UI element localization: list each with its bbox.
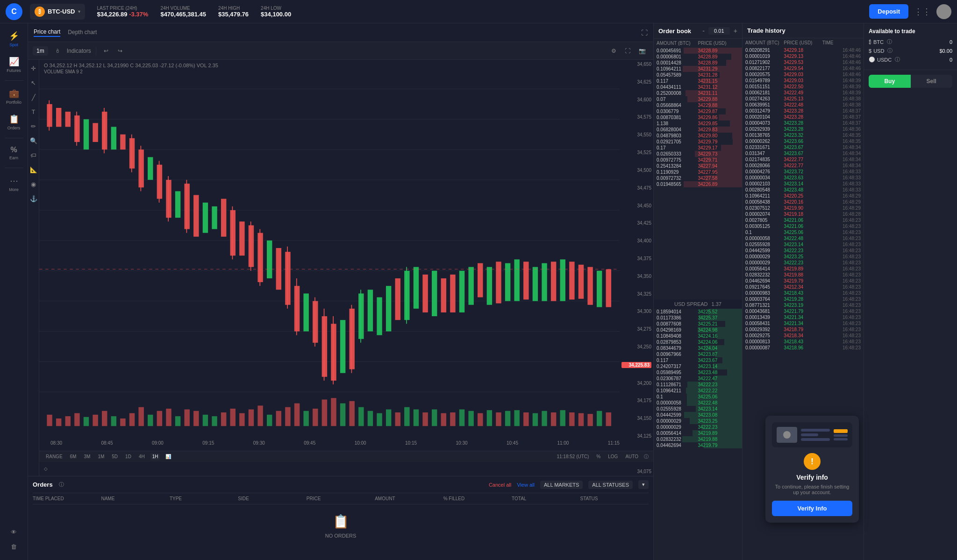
ob-bid-row[interactable]: 0.00877608 34225.21 — [654, 321, 742, 327]
sidebar-item-spot[interactable]: ⚡ Spot — [0, 27, 28, 51]
crosshair-icon[interactable]: ◇ — [44, 466, 48, 471]
ob-ask-row[interactable]: 0.07 34229.88 — [654, 96, 742, 102]
ob-plus-button[interactable]: + — [734, 27, 737, 35]
ob-ask-row[interactable]: 0.25200008 34231.11 — [654, 90, 742, 96]
tag-tool[interactable]: 🏷 — [29, 150, 38, 160]
ob-bid-row[interactable]: 0.02555928 34223.14 — [654, 406, 742, 412]
ob-bid-row[interactable]: 0.05989495 34223.48 — [654, 369, 742, 376]
sell-tab[interactable]: Sell — [911, 75, 953, 88]
search-tool[interactable]: 🔍 — [29, 136, 39, 146]
ob-ask-row[interactable]: 0.00870381 34229.86 — [654, 114, 742, 121]
ob-ask-row[interactable]: 0.00006801 34228.89 — [654, 54, 742, 60]
tab-price-chart[interactable]: Price chart — [34, 28, 60, 37]
ob-ask-row[interactable]: 0.00045691 34228.89 — [654, 48, 742, 54]
line-tool[interactable]: ╱ — [30, 92, 37, 102]
verify-button[interactable]: Verify Info — [772, 501, 852, 516]
ob-bid-row[interactable]: 0.04442599 34223.08 — [654, 412, 742, 418]
sidebar-item-more[interactable]: ⋯ More — [0, 172, 28, 196]
pencil-tool[interactable]: ✏ — [29, 121, 37, 131]
ob-ask-row[interactable]: 0.00972732 34227.58 — [654, 175, 742, 181]
ob-bid-row[interactable]: 0.10964211 34222.22 — [654, 388, 742, 394]
eye-icon[interactable]: 👁 — [9, 527, 18, 537]
ob-bid-row[interactable]: 0.117 34223.67 — [654, 357, 742, 363]
avatar[interactable] — [936, 4, 951, 19]
ob-spread-input[interactable] — [708, 27, 730, 35]
deposit-button[interactable]: Deposit — [869, 4, 908, 19]
view-all-button[interactable]: View all — [517, 482, 535, 488]
indicators-button[interactable]: Indicators — [67, 48, 91, 54]
undo-button[interactable]: ↩ — [101, 46, 111, 56]
fullscreen-button[interactable]: ⛶ — [622, 46, 633, 56]
ob-bid-row[interactable]: 0.02306787 34222.47 — [654, 376, 742, 382]
sidebar-item-futures[interactable]: 📈 Futures — [0, 53, 28, 77]
buy-tab[interactable]: Buy — [869, 75, 911, 88]
crosshair-tool[interactable]: ✛ — [29, 64, 37, 73]
sidebar-item-orders[interactable]: 📋 Orders — [0, 110, 28, 134]
usd-info-icon[interactable]: ⓘ — [887, 47, 893, 54]
screenshot-button[interactable]: 📷 — [636, 46, 649, 56]
ob-bid-row[interactable]: 0.00967966 34223.87 — [654, 351, 742, 357]
measure-tool[interactable]: 📐 — [29, 165, 39, 175]
ob-bid-row[interactable]: 0.00000029 34223.25 — [654, 418, 742, 424]
markets-filter-button[interactable]: ALL MARKETS — [540, 481, 583, 489]
sidebar-item-portfolio[interactable]: 💼 Portfolio — [0, 85, 28, 108]
text-tool[interactable]: T — [30, 107, 37, 117]
trash-icon[interactable]: 🗑 — [9, 542, 18, 552]
ob-bid-row[interactable]: 0.00056414 34219.89 — [654, 430, 742, 436]
orders-info-icon[interactable]: ⓘ — [59, 481, 64, 488]
expand-icon[interactable]: ⛶ — [641, 29, 648, 36]
sidebar-item-earn[interactable]: % Earn — [0, 142, 28, 164]
btc-info-icon[interactable]: ⓘ — [887, 38, 892, 45]
ob-bid-row[interactable]: 0.18594014 34225.52 — [654, 309, 742, 315]
ob-ask-row[interactable]: 0.02921705 34229.79 — [654, 139, 742, 145]
ob-ask-row[interactable]: 0.00014428 34228.89 — [654, 60, 742, 66]
ob-ask-row[interactable]: 0.05457589 34231.28 — [654, 72, 742, 78]
ob-ask-row[interactable]: 0.25413284 34227.94 — [654, 163, 742, 169]
settings-button[interactable]: ⚙ — [608, 46, 619, 56]
usdc-info-icon[interactable]: ⓘ — [895, 56, 900, 63]
ob-bid-row[interactable]: 0.04462694 34219.79 — [654, 442, 742, 448]
ob-bid-row[interactable]: 0.1 34225.06 — [654, 394, 742, 400]
auto-btn[interactable]: AUTO — [625, 454, 638, 459]
ob-ask-row[interactable]: 0.0306779 34229.87 — [654, 108, 742, 114]
ob-ask-row[interactable]: 0.117 34231.15 — [654, 78, 742, 84]
pair-selector[interactable]: ₿ BTC-USD ▾ — [30, 4, 85, 20]
logo-icon[interactable]: C — [6, 3, 22, 20]
more-filters-button[interactable]: ▾ — [638, 480, 649, 489]
ob-ask-row[interactable]: 0.10964211 34231.29 — [654, 66, 742, 72]
ob-ask-row[interactable]: 0.04434111 34231.12 — [654, 84, 742, 90]
ob-bid-row[interactable]: 0.24207317 34223.14 — [654, 363, 742, 369]
range-1m[interactable]: 1M — [96, 453, 106, 460]
percent-btn[interactable]: % — [596, 454, 600, 459]
chart-info-icon[interactable]: ⓘ — [644, 454, 649, 460]
tab-depth-chart[interactable]: Depth chart — [68, 29, 97, 36]
cursor-tool[interactable]: ↖ — [29, 78, 37, 88]
range-bar-icon[interactable]: 📊 — [165, 454, 171, 459]
ob-ask-row[interactable]: 0.05668864 34229.88 — [654, 102, 742, 108]
ob-ask-row[interactable]: 0.17 34229.17 — [654, 145, 742, 151]
ob-ask-row[interactable]: 0.00972775 34229.71 — [654, 157, 742, 163]
ob-ask-row[interactable]: 0.01948565 34226.89 — [654, 181, 742, 187]
ob-bid-row[interactable]: 0.02832232 34219.88 — [654, 436, 742, 442]
ob-bid-row[interactable]: 0.04298169 34224.98 — [654, 327, 742, 333]
range-1d[interactable]: 1D — [123, 453, 133, 460]
range-3m[interactable]: 3M — [82, 453, 92, 460]
ob-ask-row[interactable]: 0.1190929 34227.95 — [654, 169, 742, 175]
ob-bid-row[interactable]: 0.00000029 34222.23 — [654, 424, 742, 430]
anchor-tool[interactable]: ⚓ — [29, 194, 39, 204]
range-6m[interactable]: 6M — [68, 453, 79, 460]
grid-icon[interactable]: ⋮⋮ — [914, 7, 931, 17]
timeframe-1m-button[interactable]: 1m — [33, 46, 48, 56]
ob-bid-row[interactable]: 0.00000058 34222.48 — [654, 400, 742, 406]
ob-bid-row[interactable]: 0.01173386 34225.37 — [654, 315, 742, 321]
ob-ask-row[interactable]: 0.04879803 34229.80 — [654, 133, 742, 139]
cancel-all-button[interactable]: Cancel all — [489, 482, 511, 488]
ob-bid-row[interactable]: 0.11128671 34222.23 — [654, 382, 742, 388]
ob-minus-button[interactable]: - — [702, 27, 705, 35]
candle-type-button[interactable]: 🕯 — [52, 46, 63, 56]
ob-ask-row[interactable]: 0.02650333 34229.73 — [654, 151, 742, 157]
range-4h[interactable]: 4H — [137, 453, 147, 460]
range-1h[interactable]: 1H — [150, 453, 160, 460]
ob-ask-row[interactable]: 0.06828004 34229.83 — [654, 127, 742, 133]
chart-canvas[interactable]: O 34,252.12 H 34,252.12 L 34,21990 C 34,… — [39, 60, 653, 476]
